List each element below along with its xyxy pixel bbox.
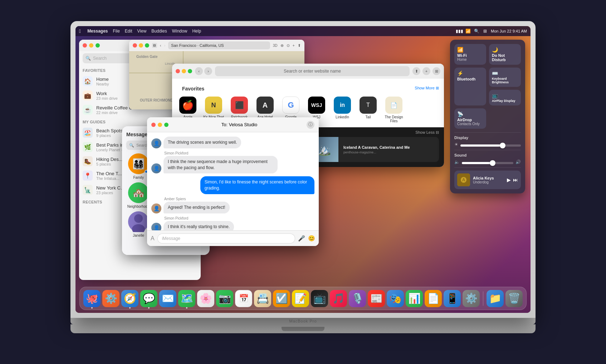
fav-designfiles[interactable]: 📄 The Design Files: [383, 97, 405, 123]
map-fullscreen-button[interactable]: [145, 43, 149, 48]
cc-sound-slider[interactable]: [462, 162, 513, 164]
dock-finder[interactable]: 🐙: [83, 290, 101, 307]
messages-minimize-button[interactable]: [158, 123, 162, 127]
dock-keynote[interactable]: 🎭: [387, 290, 404, 307]
apple-logo-icon[interactable]: : [79, 28, 81, 34]
svg-point-6: [134, 214, 143, 223]
dock-launchpad[interactable]: ⚙️: [102, 290, 119, 307]
show-more-button[interactable]: Show More ⊞: [415, 86, 439, 90]
safari-close-button[interactable]: [176, 69, 180, 73]
safari-share-button[interactable]: ⬆: [412, 67, 420, 75]
cc-sound-knob[interactable]: [490, 160, 495, 166]
messages-titlebar: To: Velosa Studio ⓘ: [147, 117, 319, 132]
cc-display-knob[interactable]: [500, 143, 505, 148]
dock-contacts[interactable]: 📇: [254, 290, 271, 307]
nav-forward-icon[interactable]: ›: [164, 43, 166, 48]
dock-photos[interactable]: 🌸: [197, 290, 214, 307]
maps-share-icon[interactable]: ⬆: [298, 43, 301, 48]
dock-safari[interactable]: 🧭: [121, 290, 138, 307]
dock-maps[interactable]: 🗺️: [178, 290, 195, 307]
map-titlebar: ⊟ ‹ › San Francisco · California, US 3D …: [129, 40, 304, 51]
safari-url-bar[interactable]: Search or enter website name: [215, 66, 410, 76]
messages-close-button[interactable]: [151, 123, 156, 127]
cc-wifi-tile[interactable]: 📶 Wi-Fi Home: [454, 44, 486, 65]
dock-notes[interactable]: 📝: [292, 290, 309, 307]
mail-icon: ✉️: [162, 292, 174, 304]
close-button[interactable]: [83, 43, 87, 48]
messages-window: To: Velosa Studio ⓘ 👤 The driving scenes…: [147, 117, 319, 246]
maps-search-placeholder: Search: [93, 56, 107, 61]
dock-sysprefs[interactable]: ⚙️: [463, 290, 480, 307]
news-icon: 📰: [370, 292, 383, 304]
dock-news[interactable]: 📰: [368, 290, 385, 307]
menubar-help[interactable]: Help: [192, 29, 201, 34]
safari-fullscreen-button[interactable]: [188, 69, 192, 73]
messages-info-button[interactable]: ⓘ: [307, 121, 314, 129]
play-button[interactable]: ▶: [507, 177, 511, 183]
dock-numbers[interactable]: 📊: [406, 290, 423, 307]
map-minimize-button[interactable]: [139, 43, 143, 48]
cc-display-title: Display: [454, 136, 521, 140]
battery-icon[interactable]: ▮▮▮: [456, 28, 462, 34]
menubar-app-name[interactable]: Messages: [87, 29, 108, 34]
menubar-edit[interactable]: Edit: [125, 29, 132, 34]
maps-layers-icon[interactable]: ⊕: [280, 43, 284, 48]
cc-airdrop-tile[interactable]: 📡 AirDrop Contacts Only: [454, 108, 486, 129]
dock-mail[interactable]: ✉️: [159, 290, 176, 307]
dock-messages[interactable]: 💬: [140, 290, 157, 307]
messages-format-icon[interactable]: A: [151, 235, 155, 242]
cc-keyboard-tile[interactable]: ⌨️ Keyboard Brightness: [489, 68, 521, 87]
fav-nicetat-icon: N: [205, 97, 222, 114]
airplay-tile-icon: 📺: [492, 93, 518, 98]
dock-stack[interactable]: 📁: [487, 290, 504, 307]
minimize-button[interactable]: [89, 43, 93, 48]
beach-icon: 🏖️: [83, 128, 93, 138]
dock-pages[interactable]: 📄: [425, 290, 442, 307]
safari-minimize-button[interactable]: [182, 69, 186, 73]
menubar-window[interactable]: Window: [172, 29, 187, 34]
show-less-button[interactable]: Show Less ⊟: [415, 130, 439, 135]
fullscreen-button[interactable]: [96, 43, 100, 48]
dock-podcasts[interactable]: 🎙️: [349, 290, 366, 307]
maps-compass-icon[interactable]: ⊙: [287, 43, 290, 48]
messages-fullscreen-button[interactable]: [164, 123, 168, 127]
nav-back-icon[interactable]: ‹: [160, 43, 161, 48]
map-close-button[interactable]: [133, 43, 137, 48]
safari-add-tab-button[interactable]: +: [422, 67, 430, 75]
dock-appstore[interactable]: 📱: [444, 290, 461, 307]
reading-card-iceland-info: Iceland A Caravan, Caterina and Me penth…: [341, 143, 412, 156]
sidebar-toggle-icon[interactable]: ⊟: [152, 43, 157, 48]
search-icon[interactable]: 🔍: [474, 28, 479, 34]
maps-location-bar[interactable]: San Francisco · California, US: [168, 41, 270, 49]
control-center-icon[interactable]: ⊞: [482, 28, 488, 34]
dock-reminders[interactable]: ☑️: [273, 290, 290, 307]
fav-linkedin[interactable]: in LinkedIn: [332, 97, 353, 123]
cc-bluetooth-tile[interactable]: ⚡ Bluetooth: [454, 68, 486, 105]
safari-tabs-button[interactable]: ⊞: [432, 67, 440, 75]
dock-calendar[interactable]: 📅: [235, 290, 252, 307]
maps-location-text: San Francisco · California, US: [171, 43, 224, 48]
fav-tail[interactable]: T Tail: [357, 97, 379, 123]
menubar-view[interactable]: View: [137, 29, 147, 34]
fav-tail-label: Tail: [365, 115, 371, 119]
menubar-file[interactable]: File: [113, 29, 120, 34]
messages-audio-icon[interactable]: 🎤: [298, 235, 305, 242]
wifi-icon[interactable]: 📶: [465, 28, 471, 34]
maps-3d-button[interactable]: 3D: [273, 44, 278, 48]
finder-dot: [91, 307, 93, 309]
safari-forward-button[interactable]: ›: [204, 67, 212, 75]
dock-trash[interactable]: 🗑️: [505, 290, 523, 307]
messages-input-field[interactable]: iMessage: [157, 233, 295, 244]
maps-zoom-in-icon[interactable]: +: [293, 43, 295, 48]
cc-airplay-tile[interactable]: 📺 AirPlay Display: [489, 90, 521, 105]
dock-facetime[interactable]: 📷: [216, 290, 233, 307]
cc-dnd-tile[interactable]: 🌙 Do Not Disturb: [489, 44, 521, 65]
menubar-buddies[interactable]: Buddies: [151, 29, 167, 34]
reading-card-iceland[interactable]: 🏔️ Iceland A Caravan, Caterina and Me pe…: [310, 137, 439, 162]
cc-display-slider[interactable]: [460, 144, 521, 147]
skip-button[interactable]: ⏭: [513, 177, 518, 183]
messages-emoji-icon[interactable]: 😊: [308, 235, 315, 242]
safari-back-button[interactable]: ‹: [195, 67, 203, 75]
dock-music[interactable]: 🎵: [330, 290, 347, 307]
dock-tv[interactable]: 📺: [311, 290, 328, 307]
